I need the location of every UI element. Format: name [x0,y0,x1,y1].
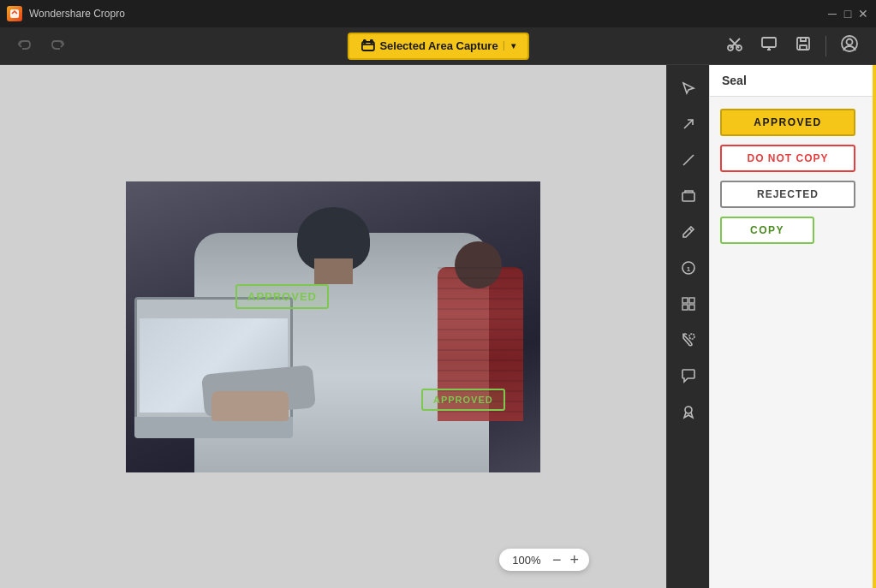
seal-panel-header: Seal [710,65,876,97]
arrow-tool-button[interactable] [672,108,705,140]
right-toolbar: 1 [666,65,709,588]
capture-dropdown-arrow[interactable]: ▾ [504,41,515,50]
svg-rect-11 [682,193,694,201]
restore-button[interactable]: □ [842,8,854,20]
app-title: Wondershare Cropro [29,8,125,20]
save-button[interactable] [788,32,819,60]
minimize-button[interactable]: ─ [826,8,838,20]
seal-item-copy: COPY [720,217,866,244]
svg-rect-3 [370,40,372,43]
svg-rect-7 [797,38,809,50]
svg-text:1: 1 [686,265,690,273]
zoom-level: 100% [510,554,544,567]
svg-rect-15 [689,298,694,303]
seal-item-donotcopy: DO NOT COPY [720,145,866,172]
main-area: APPROVED APPROVED 100% − + [0,65,876,588]
toolbar: Selected Area Capture ▾ [0,27,876,65]
svg-rect-8 [800,45,807,50]
photo-container: APPROVED APPROVED [126,181,540,472]
title-bar: Wondershare Cropro ─ □ ✕ [0,0,876,27]
zoom-out-button[interactable]: − [552,552,562,567]
stamp-approved-1: APPROVED [235,284,329,309]
ribbon-tool-button[interactable] [672,395,705,428]
zoom-in-button[interactable]: + [569,552,579,567]
seal-approved-button[interactable]: APPROVED [720,109,855,136]
seal-item-rejected: REJECTED [720,181,866,208]
seal-panel: Seal APPROVED DO NOT COPY REJECTED [709,65,876,588]
pen-tool-button[interactable] [672,216,705,248]
close-button[interactable]: ✕ [857,8,869,20]
svg-rect-14 [682,298,688,303]
svg-rect-17 [689,305,694,310]
toolbar-right [719,31,866,61]
toolbar-divider [825,36,826,56]
svg-point-10 [847,39,853,45]
monitor-button[interactable] [754,32,784,60]
mosaic-tool-button[interactable] [672,288,705,320]
stamp-approved-2: APPROVED [421,389,505,411]
paint-tool-button[interactable] [672,324,705,356]
app-icon [7,6,22,21]
shape-tool-button[interactable] [672,180,705,212]
svg-rect-6 [762,38,776,47]
seal-panel-title: Seal [722,74,747,87]
cut-button[interactable] [719,32,750,60]
canvas-area: APPROVED APPROVED 100% − + [0,65,666,588]
seal-rejected-button[interactable]: REJECTED [720,181,855,208]
redo-button[interactable] [45,34,72,58]
svg-rect-2 [363,40,365,43]
seal-panel-content: APPROVED DO NOT COPY REJECTED COPY [710,97,876,256]
speech-tool-button[interactable] [672,359,705,392]
seal-item-approved: APPROVED [720,109,866,136]
capture-button[interactable]: Selected Area Capture ▾ [347,33,528,60]
title-bar-left: Wondershare Cropro [7,6,125,21]
capture-label: Selected Area Capture [379,39,498,52]
capture-btn-group: Selected Area Capture ▾ [347,33,528,60]
seal-donotcopy-button[interactable]: DO NOT COPY [720,145,855,172]
title-bar-controls: ─ □ ✕ [826,8,869,20]
line-tool-button[interactable] [672,144,705,176]
yellow-accent-bar [873,65,876,588]
svg-point-18 [689,334,694,339]
number-tool-button[interactable]: 1 [672,252,705,284]
edit-tool-button[interactable] [672,72,705,104]
profile-button[interactable] [833,31,866,61]
svg-point-19 [685,407,692,413]
photo-placeholder [126,181,540,472]
seal-copy-button[interactable]: COPY [720,217,814,244]
svg-rect-16 [682,305,688,310]
undo-button[interactable] [10,34,38,58]
zoom-controls: 100% − + [499,549,589,571]
